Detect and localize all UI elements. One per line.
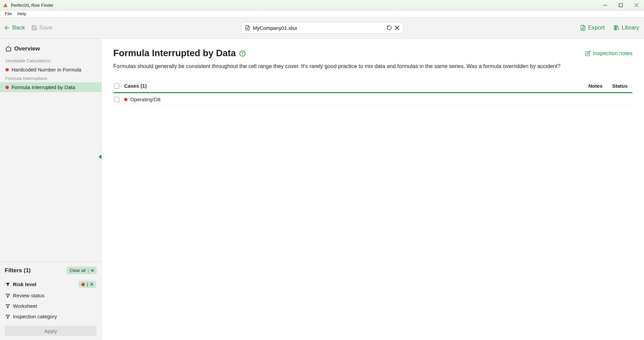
close-icon [395,25,399,30]
inspection-notes-label: Inspection notes [593,50,632,57]
close-icon [90,283,93,286]
minimize-button[interactable] [597,0,613,10]
edit-icon [585,50,591,56]
excel-file-icon [245,25,250,30]
filter-inspection-category[interactable]: Inspection category [5,311,97,322]
filter-label: Risk level [13,281,36,287]
filters-title: Filters (1) [5,267,31,274]
sidebar-top: Overview Unreliable Calculations Hardcod… [0,39,101,261]
app-icon [3,2,8,8]
content: Overview Unreliable Calculations Hardcod… [0,39,644,340]
sidebar-group-label: Formula Interruptions [0,75,101,82]
menu-file[interactable]: File [2,10,15,17]
overview-label: Overview [14,45,40,52]
clear-filename-button[interactable] [395,25,399,30]
filters-header: Filters (1) Clear all | [5,267,97,274]
sidebar-collapse-handle[interactable] [98,154,102,160]
funnel-icon [5,304,10,309]
sidebar: Overview Unreliable Calculations Hardcod… [0,39,102,340]
overview-link[interactable]: Overview [0,43,101,57]
select-all-checkbox[interactable] [114,83,119,89]
red-dot-icon [81,283,85,286]
svg-rect-7 [614,26,615,30]
filters-panel: Filters (1) Clear all | Risk level | Re [0,261,101,340]
close-icon [91,269,94,272]
save-label: Save [39,24,53,31]
main-header: Formula Interrupted by Data ? Inspection… [113,48,632,59]
inspection-notes-button[interactable]: Inspection notes [585,50,632,57]
help-icon[interactable]: ? [239,50,246,57]
maximize-button[interactable] [613,0,628,10]
export-icon [580,25,586,31]
undo-icon [387,25,392,30]
funnel-filled-icon [5,282,10,287]
cases-table-header: Cases (1) Notes Status [113,80,632,93]
close-button[interactable] [628,0,644,10]
filename-input[interactable] [253,25,384,31]
filter-worksheet[interactable]: Worksheet [5,301,97,311]
sidebar-item-label: Hardcoded Number in Formula [12,67,81,72]
toolbar: Back Save Export Library [0,17,644,39]
filename-box [241,22,403,34]
filter-review-status[interactable]: Review status [5,290,97,301]
sidebar-group-label: Unreliable Calculations [0,57,101,65]
window-title: PerfectXL Risk Finder [11,3,597,8]
save-button[interactable]: Save [31,24,53,31]
chevron-left-icon [98,154,102,160]
main-content: Formula Interrupted by Data ? Inspection… [102,39,644,340]
status-column-header: Status [612,83,632,89]
case-checkbox[interactable] [114,97,119,102]
titlebar: PerfectXL Risk Finder [0,0,644,10]
funnel-icon [5,314,10,319]
clear-all-button[interactable]: Clear all | [67,267,97,274]
menu-help[interactable]: Help [15,10,29,17]
svg-rect-8 [616,26,617,30]
svg-line-9 [617,26,619,30]
risk-level-chip[interactable]: | [79,281,96,288]
toolbar-center [241,22,403,34]
toolbar-left: Back Save [0,24,53,31]
arrow-left-icon [4,25,10,31]
toolbar-right: Export Library [580,24,644,31]
cases-column-header: Cases (1) [124,83,588,89]
separator: | [88,268,89,273]
window-controls [597,0,644,10]
separator: | [87,282,88,287]
save-icon [31,25,37,31]
apply-button[interactable]: Apply [5,326,97,336]
page-description: Formulas should generally be consistent … [113,63,632,69]
clear-all-label: Clear all [70,268,86,273]
filter-label: Inspection category [13,314,57,319]
case-name: Operating!D8 [130,97,588,102]
funnel-icon [5,293,10,298]
menubar: File Help [0,10,644,17]
case-row[interactable]: Operating!D8 [113,93,632,106]
library-icon [613,25,620,31]
red-dot-icon [124,98,128,101]
page-title: Formula Interrupted by Data [113,48,236,59]
notes-column-header: Notes [588,83,612,89]
export-button[interactable]: Export [580,24,605,31]
back-label: Back [12,24,25,31]
filter-label: Review status [13,293,44,298]
export-label: Export [588,24,605,31]
undo-button[interactable] [387,25,392,30]
sidebar-item-formula-interrupted[interactable]: Formula Interrupted by Data [0,82,101,92]
back-button[interactable]: Back [4,24,25,31]
filter-label: Worksheet [13,303,37,309]
svg-rect-1 [619,3,622,7]
home-icon [5,46,12,52]
sidebar-item-hardcoded-number[interactable]: Hardcoded Number in Formula [0,65,101,75]
library-label: Library [622,24,639,31]
library-button[interactable]: Library [613,24,639,31]
sidebar-item-label: Formula Interrupted by Data [12,84,75,90]
red-dot-icon [5,68,9,71]
red-dot-icon [5,86,9,89]
filter-risk-level[interactable]: Risk level | [5,278,97,290]
